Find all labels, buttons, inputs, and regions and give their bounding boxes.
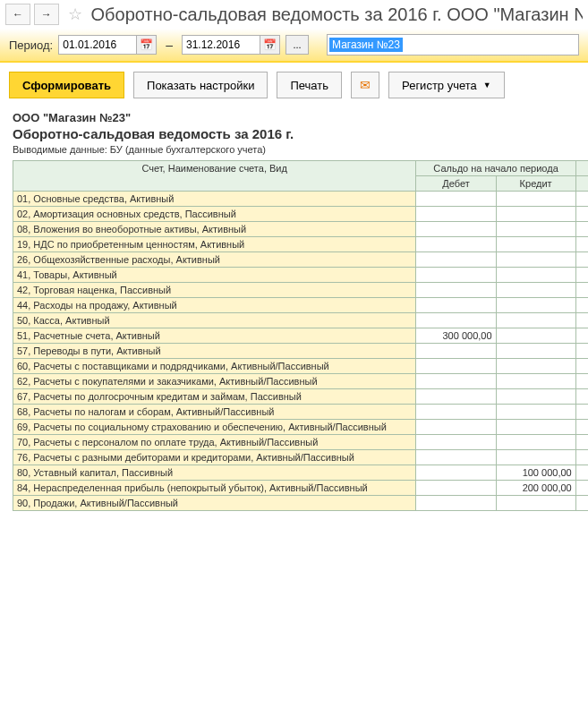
row-turnover-debit: 10 332,00 — [575, 450, 588, 465]
row-opening-debit — [416, 465, 496, 481]
row-account-name: 50, Касса, Активный — [13, 313, 416, 328]
row-opening-debit — [416, 450, 496, 465]
date-from-input[interactable] — [58, 35, 137, 55]
table-row: 02, Амортизация основных средств, Пассив… — [13, 207, 589, 222]
col-opening-credit: Кредит — [496, 176, 575, 192]
row-account-name: 01, Основные средства, Активный — [13, 192, 416, 207]
period-select-button[interactable]: ... — [285, 35, 309, 55]
row-opening-debit — [416, 481, 496, 496]
row-account-name: 68, Расчеты по налогам и сборам, Активны… — [13, 405, 416, 420]
row-opening-credit — [496, 298, 575, 313]
row-opening-credit — [496, 496, 575, 511]
row-turnover-debit — [575, 465, 588, 481]
calendar-to-button[interactable]: 📅 — [260, 35, 280, 55]
arrow-left-icon: ← — [13, 8, 23, 21]
toolbar: Сформировать Показать настройки Печать ✉… — [0, 63, 588, 107]
row-turnover-debit: 105 218,38 — [575, 237, 588, 252]
row-turnover-debit: 898 343,00 — [575, 374, 588, 389]
row-opening-credit — [496, 344, 575, 359]
table-row: 80, Уставный капитал, Пассивный100 000,0… — [13, 465, 589, 481]
row-account-name: 70, Расчеты с персоналом по оплате труда… — [13, 435, 416, 450]
org-input[interactable]: Магазин №23 — [327, 34, 579, 55]
table-row: 50, Касса, Активный272 837,00269 000,00 — [13, 313, 589, 328]
row-opening-credit: 200 000,00 — [496, 481, 575, 496]
row-opening-credit — [496, 420, 575, 435]
period-bar: Период: 📅 – 📅 ... Магазин №23 — [0, 29, 588, 63]
row-opening-credit — [496, 359, 575, 374]
row-opening-credit — [496, 207, 575, 222]
row-opening-debit — [416, 283, 496, 298]
print-button[interactable]: Печать — [277, 72, 342, 98]
table-row: 19, НДС по приобретенным ценностям, Акти… — [13, 237, 589, 252]
row-opening-credit — [496, 192, 575, 207]
row-opening-debit — [416, 268, 496, 283]
calendar-icon: 📅 — [140, 38, 153, 51]
row-opening-debit — [416, 222, 496, 237]
email-button[interactable]: ✉ — [351, 72, 379, 98]
row-turnover-debit: 966 000,00 — [575, 359, 588, 374]
row-opening-debit — [416, 344, 496, 359]
report-table: Счет, Наименование счета, Вид Сальдо на … — [13, 160, 588, 511]
calendar-from-button[interactable]: 📅 — [137, 35, 157, 55]
row-turnover-debit — [575, 420, 588, 435]
row-opening-debit — [416, 420, 496, 435]
table-row: 42, Торговая наценка, Пассивный11 180,78 — [13, 283, 589, 298]
table-row: 44, Расходы на продажу, Активный585 900,… — [13, 298, 589, 313]
row-opening-debit — [416, 298, 496, 313]
row-opening-credit — [496, 268, 575, 283]
row-account-name: 62, Расчеты с покупателями и заказчиками… — [13, 374, 416, 389]
envelope-icon: ✉ — [360, 78, 371, 92]
page-title: Оборотно-сальдовая ведомость за 2016 г. … — [91, 4, 583, 25]
row-account-name: 19, НДС по приобретенным ценностям, Акти… — [13, 237, 416, 252]
table-row: 08, Вложения во внеоборотные активы, Акт… — [13, 222, 589, 237]
row-opening-credit — [496, 374, 575, 389]
row-opening-debit — [416, 496, 496, 511]
table-row: 57, Переводы в пути, Активный574 674,005… — [13, 344, 589, 359]
row-turnover-debit: 1 006 888,13 — [575, 328, 588, 344]
row-opening-credit — [496, 435, 575, 450]
table-row: 68, Расчеты по налогам и сборам, Активны… — [13, 405, 589, 420]
col-opening-debit: Дебет — [416, 176, 496, 192]
row-turnover-debit — [575, 283, 588, 298]
register-button[interactable]: Регистр учета▼ — [388, 72, 505, 98]
table-row: 90, Продажи, Активный/Пассивный6 918 361… — [13, 496, 589, 511]
row-turnover-debit: 146 400,00 — [575, 222, 588, 237]
table-row: 70, Расчеты с персоналом по оплате труда… — [13, 435, 589, 450]
row-opening-credit: 100 000,00 — [496, 465, 575, 481]
report-subtitle: Выводимые данные: БУ (данные бухгалтерск… — [13, 144, 575, 155]
show-settings-button[interactable]: Показать настройки — [133, 72, 268, 98]
row-account-name: 26, Общехозяйственные расходы, Активный — [13, 252, 416, 268]
col-account-header: Счет, Наименование счета, Вид — [13, 161, 416, 192]
row-account-name: 67, Расчеты по долгосрочным кредитам и з… — [13, 389, 416, 405]
table-row: 51, Расчетные счета, Активный300 000,001… — [13, 328, 589, 344]
row-opening-credit — [496, 328, 575, 344]
row-opening-debit — [416, 252, 496, 268]
row-turnover-debit: 574 674,00 — [575, 344, 588, 359]
row-turnover-debit: 1 370 787,62 — [575, 268, 588, 283]
table-row: 41, Товары, Активный1 370 787,621 351 73… — [13, 268, 589, 283]
table-row: 26, Общехозяйственные расходы, Активный1… — [13, 252, 589, 268]
row-account-name: 41, Товары, Активный — [13, 268, 416, 283]
org-selected-value: Магазин №23 — [329, 38, 403, 52]
table-row: 60, Расчеты с поставщиками и подрядчикам… — [13, 359, 589, 374]
row-opening-debit — [416, 313, 496, 328]
row-account-name: 60, Расчеты с поставщиками и подрядчикам… — [13, 359, 416, 374]
row-opening-credit — [496, 252, 575, 268]
row-opening-debit — [416, 237, 496, 252]
row-account-name: 90, Продажи, Активный/Пассивный — [13, 496, 416, 511]
row-opening-credit — [496, 313, 575, 328]
row-account-name: 44, Расходы на продажу, Активный — [13, 298, 416, 313]
row-opening-debit — [416, 207, 496, 222]
date-to-input[interactable] — [182, 35, 260, 55]
row-account-name: 02, Амортизация основных средств, Пассив… — [13, 207, 416, 222]
nav-back-button[interactable]: ← — [5, 4, 30, 25]
col-opening-header: Сальдо на начало периода — [416, 161, 575, 176]
row-account-name: 51, Расчетные счета, Активный — [13, 328, 416, 344]
row-turnover-debit: 58 500,00 — [575, 405, 588, 420]
generate-button[interactable]: Сформировать — [9, 72, 124, 98]
row-turnover-debit: 585 900,00 — [575, 298, 588, 313]
nav-forward-button[interactable]: → — [34, 4, 59, 25]
table-row: 67, Расчеты по долгосрочным кредитам и з… — [13, 389, 589, 405]
star-icon[interactable]: ☆ — [68, 4, 82, 24]
chevron-down-icon: ▼ — [483, 81, 491, 90]
